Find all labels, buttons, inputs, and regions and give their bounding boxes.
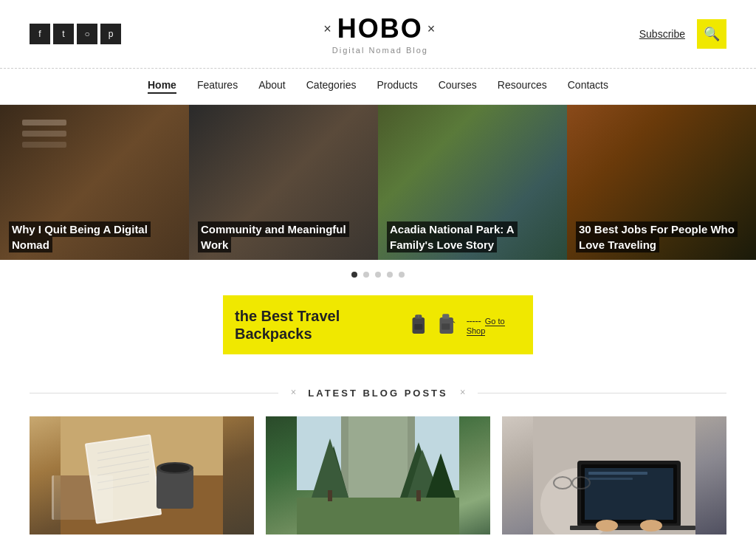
logo-title[interactable]: × HOBO × <box>323 13 436 44</box>
nav-item-courses[interactable]: Courses <box>439 79 477 94</box>
dot-2[interactable] <box>363 272 369 278</box>
ad-right: - - - - - Go to Shop <box>408 311 521 339</box>
nav-item-home[interactable]: Home <box>148 79 176 94</box>
slide-title-1: Why I Quit Being A Digital Nomad <box>9 221 151 252</box>
nav-item-resources[interactable]: Resources <box>498 79 547 94</box>
slider-dots <box>0 260 756 289</box>
section-x-right: × <box>460 387 466 399</box>
backpack-icon-1 <box>408 311 430 339</box>
hero-slide-4[interactable]: 30 Best Jobs For People Who Love Traveli… <box>567 105 756 260</box>
dot-4[interactable] <box>387 272 393 278</box>
nav-item-products[interactable]: Products <box>377 79 417 94</box>
section-line-left <box>30 393 278 393</box>
ad-text: the Best Travel Backpacks <box>235 307 408 343</box>
svg-rect-26 <box>328 490 332 501</box>
slide-title-2: Community and Meaningful Work <box>198 221 349 252</box>
blog-card-2-image <box>266 416 490 534</box>
svg-rect-38 <box>570 526 695 530</box>
slide-title-4: 30 Best Jobs For People Who Love Traveli… <box>576 221 738 252</box>
hero-slider: Why I Quit Being A Digital Nomad Communi… <box>0 105 756 260</box>
search-button[interactable]: 🔍 <box>697 19 726 49</box>
pinterest-icon[interactable]: p <box>100 24 121 44</box>
slide-overlay-4: 30 Best Jobs For People Who Love Traveli… <box>567 214 756 260</box>
social-icons-group: f t ○ p <box>30 24 121 44</box>
facebook-icon[interactable]: f <box>30 24 50 44</box>
slide-overlay-2: Community and Meaningful Work <box>189 214 378 260</box>
site-header: f t ○ p × HOBO × Digital Nomad Blog Subs… <box>0 0 756 69</box>
twitter-icon[interactable]: t <box>53 24 74 44</box>
slide-title-3: Acadia National Park: A Family's Love St… <box>387 221 518 252</box>
logo-subtitle: Digital Nomad Blog <box>323 46 436 55</box>
svg-rect-6 <box>441 323 450 329</box>
forest-image <box>266 416 490 534</box>
instagram-icon[interactable]: ○ <box>77 24 97 44</box>
search-icon: 🔍 <box>704 26 720 42</box>
ad-banner[interactable]: the Best Travel Backpacks - - - - - Go t… <box>223 295 533 354</box>
book-image <box>30 416 254 534</box>
svg-point-39 <box>596 520 618 532</box>
blog-card-1[interactable] <box>30 416 254 534</box>
svg-rect-36 <box>588 472 647 475</box>
svg-rect-37 <box>588 478 633 480</box>
section-x-left: × <box>290 387 296 399</box>
slide-overlay-1: Why I Quit Being A Digital Nomad <box>0 214 189 260</box>
blog-grid <box>0 416 756 534</box>
nav-item-contacts[interactable]: Contacts <box>568 79 608 94</box>
nav-item-about[interactable]: About <box>258 79 286 94</box>
backpack-icon-2 <box>436 311 457 339</box>
subscribe-button[interactable]: Subscribe <box>639 28 685 40</box>
dot-3[interactable] <box>375 272 381 278</box>
blog-card-2[interactable] <box>266 416 490 534</box>
svg-rect-5 <box>442 314 449 318</box>
svg-point-19 <box>160 464 190 472</box>
svg-rect-35 <box>585 468 673 520</box>
section-header-latest: × LATEST BLOG POSTS × <box>30 387 726 399</box>
svg-rect-29 <box>416 490 421 501</box>
section-line-right <box>478 393 726 393</box>
dot-1[interactable] <box>351 272 357 278</box>
laptop-image <box>502 416 726 534</box>
logo: × HOBO × Digital Nomad Blog <box>323 13 436 55</box>
main-nav: Home Features About Categories Products … <box>0 69 756 105</box>
logo-x-right: × <box>427 21 437 37</box>
svg-rect-23 <box>297 498 459 534</box>
nav-item-features[interactable]: Features <box>197 79 238 94</box>
hero-slide-2[interactable]: Community and Meaningful Work <box>189 105 378 260</box>
svg-point-40 <box>640 520 662 532</box>
hero-slide-1[interactable]: Why I Quit Being A Digital Nomad <box>0 105 189 260</box>
blog-card-3-image <box>502 416 726 534</box>
header-right: Subscribe 🔍 <box>639 19 726 49</box>
logo-text: HOBO <box>337 13 423 44</box>
svg-rect-2 <box>414 324 422 329</box>
logo-x-left: × <box>323 21 333 37</box>
nav-item-categories[interactable]: Categories <box>306 79 357 94</box>
slide-overlay-3: Acadia National Park: A Family's Love St… <box>378 214 567 260</box>
section-title-latest: LATEST BLOG POSTS <box>308 388 447 399</box>
dot-5[interactable] <box>399 272 405 278</box>
blog-card-1-image <box>30 416 254 534</box>
blog-card-3[interactable] <box>502 416 726 534</box>
svg-rect-17 <box>157 468 193 509</box>
hero-slide-3[interactable]: Acadia National Park: A Family's Love St… <box>378 105 567 260</box>
